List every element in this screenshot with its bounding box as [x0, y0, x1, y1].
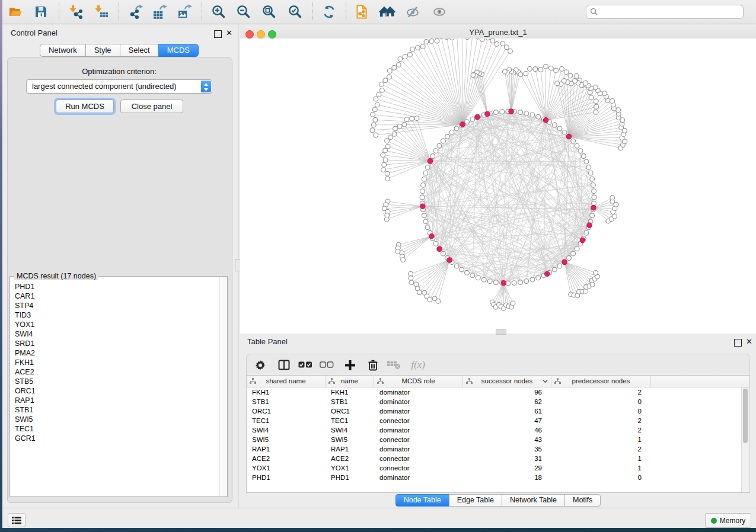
table-panel: Table Panel ✕ f(x) shared namenameMCDS r…: [240, 335, 756, 508]
mcds-result-item[interactable]: SRD1: [11, 339, 219, 348]
table-scrollbar[interactable]: [741, 387, 749, 492]
tab-mcds[interactable]: MCDS: [158, 44, 199, 57]
refresh-layout-icon[interactable]: [320, 3, 339, 21]
tab-network[interactable]: Network: [40, 44, 86, 57]
zoom-out-icon[interactable]: [234, 3, 253, 21]
table-row[interactable]: RAP1RAP1dominator352: [247, 444, 742, 454]
zoom-fit-icon[interactable]: [260, 3, 279, 21]
mcds-result-item[interactable]: ACE2: [11, 367, 219, 377]
mcds-list-scrollbar[interactable]: [219, 277, 227, 496]
mcds-result-item[interactable]: TID3: [11, 310, 219, 320]
export-network-icon[interactable]: [126, 3, 145, 21]
search-icon: [590, 8, 598, 16]
table-row[interactable]: SWI4SWI4dominator462: [247, 425, 742, 435]
mcds-result-item[interactable]: STP4: [11, 301, 219, 310]
table-cell: 0: [551, 397, 651, 406]
mcds-result-item[interactable]: STB5: [11, 377, 219, 386]
table-row[interactable]: YOX1YOX1connector291: [247, 463, 742, 473]
tab-motifs[interactable]: Motifs: [564, 494, 601, 507]
table-row[interactable]: FKH1FKH1dominator962: [247, 387, 742, 397]
home-icon[interactable]: [378, 3, 397, 21]
show-graphics-icon[interactable]: [430, 3, 449, 21]
criterion-select[interactable]: largest connected component (undirected): [26, 79, 212, 94]
mcds-result-item[interactable]: TEC1: [11, 424, 219, 434]
columns-icon[interactable]: [276, 358, 292, 372]
column-header-MCDS-role[interactable]: MCDS role: [374, 376, 463, 387]
mcds-result-item[interactable]: SWI4: [11, 329, 219, 339]
table-cell: 2: [551, 387, 651, 397]
network-graph[interactable]: [240, 39, 756, 334]
close-panel-button[interactable]: Close panel: [120, 100, 183, 113]
mcds-result-item[interactable]: FKH1: [11, 358, 219, 367]
delete-column-icon[interactable]: [365, 358, 381, 372]
tab-style[interactable]: Style: [85, 44, 120, 57]
settings-gear-icon[interactable]: [253, 358, 268, 372]
select-all-icon[interactable]: [298, 358, 313, 372]
deselect-all-icon[interactable]: [319, 358, 334, 372]
table-cell: STB1: [247, 397, 326, 406]
table-cell: 0: [551, 406, 651, 416]
toolbar-separator: [346, 2, 346, 21]
search-field[interactable]: [586, 5, 744, 19]
export-image-icon[interactable]: [175, 3, 194, 21]
table-cell: PHD1: [247, 473, 326, 482]
table-row[interactable]: STB1STB1dominator620: [247, 397, 742, 406]
mcds-result-item[interactable]: GCR1: [11, 434, 219, 443]
float-panel-icon[interactable]: [734, 339, 742, 347]
column-header-name[interactable]: name: [326, 376, 374, 387]
memory-button[interactable]: Memory: [705, 513, 751, 528]
table-row[interactable]: ORC1ORC1dominator610: [247, 406, 742, 416]
network-view-canvas[interactable]: [240, 39, 756, 334]
close-panel-icon[interactable]: ✕: [746, 338, 752, 345]
table-row[interactable]: ACE2ACE2connector311: [247, 454, 742, 463]
column-header-successor-nodes[interactable]: successor nodes: [463, 376, 551, 387]
zoom-in-icon[interactable]: [209, 3, 228, 21]
table-row[interactable]: PHD1PHD1dominator180: [247, 473, 742, 482]
table-cell: ACE2: [326, 454, 374, 463]
export-table-icon[interactable]: [150, 3, 169, 21]
table-cell: 2: [551, 425, 651, 435]
close-panel-icon[interactable]: ✕: [226, 30, 232, 36]
mcds-result-item[interactable]: ORC1: [11, 386, 219, 396]
hide-graphics-icon[interactable]: [403, 3, 422, 21]
float-panel-icon[interactable]: [214, 30, 222, 38]
mcds-result-item[interactable]: YOX1: [11, 320, 219, 329]
table-cell: YOX1: [247, 463, 326, 473]
mcds-result-item[interactable]: STB1: [11, 405, 219, 415]
column-header-shared-name[interactable]: shared name: [247, 376, 326, 387]
node-table[interactable]: shared namenameMCDS rolesuccessor nodesp…: [246, 375, 750, 493]
add-column-icon[interactable]: [342, 358, 358, 372]
open-file-icon[interactable]: [6, 3, 25, 21]
node-table-body[interactable]: FKH1FKH1dominator962STB1STB1dominator620…: [247, 387, 742, 492]
canvas-splitter-handle[interactable]: [496, 329, 506, 335]
mcds-result-list[interactable]: PHD1CAR1STP4TID3YOX1SWI4SRD1PMA2FKH1ACE2…: [11, 282, 219, 496]
mcds-result-item[interactable]: RAP1: [11, 396, 219, 405]
show-panels-button[interactable]: [8, 513, 25, 527]
table-cell: dominator: [374, 397, 463, 406]
import-network-icon[interactable]: [66, 3, 85, 21]
tab-edge-table[interactable]: Edge Table: [449, 494, 502, 507]
table-cell: 1: [551, 435, 651, 444]
search-input[interactable]: [599, 6, 741, 18]
column-header-predecessor-nodes[interactable]: predecessor nodes: [551, 376, 651, 387]
table-cell: dominator: [374, 425, 463, 435]
table-row[interactable]: SWI5SWI5connector431: [247, 435, 742, 444]
import-table-icon[interactable]: [92, 3, 111, 21]
mcds-result-item[interactable]: PHD1: [11, 282, 219, 291]
new-network-from-file-icon[interactable]: [352, 3, 371, 21]
mcds-result-item[interactable]: CAR1: [11, 291, 219, 301]
zoom-selected-icon[interactable]: [286, 3, 305, 21]
run-mcds-button[interactable]: Run MCDS: [56, 100, 114, 113]
tab-node-table[interactable]: Node Table: [395, 494, 449, 507]
toolbar-separator: [312, 2, 312, 21]
table-row[interactable]: TEC1TEC1connector472: [247, 416, 742, 425]
tab-select[interactable]: Select: [120, 44, 159, 57]
table-scrollbar-thumb[interactable]: [743, 389, 748, 443]
tab-network-table[interactable]: Network Table: [502, 494, 565, 507]
table-cell: 96: [463, 387, 551, 397]
mcds-result-item[interactable]: SWI5: [11, 415, 219, 424]
mcds-result-item[interactable]: PMA2: [11, 348, 219, 358]
node-table-header[interactable]: shared namenameMCDS rolesuccessor nodesp…: [247, 376, 749, 387]
toolbar-separator: [59, 2, 59, 21]
save-session-icon[interactable]: [31, 3, 50, 21]
